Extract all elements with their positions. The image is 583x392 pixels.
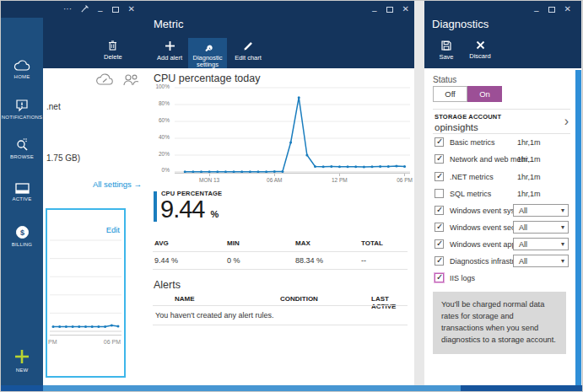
webapp-blade: ··· – ✕ Delete .net 1.75 GB) All setting… xyxy=(43,1,146,385)
minimize-icon[interactable]: – xyxy=(534,7,539,15)
x-tick xyxy=(209,174,210,176)
close-icon[interactable]: ✕ xyxy=(128,5,135,13)
status-toggle: Off On xyxy=(433,86,502,102)
stat-value-avg: 9.44 % xyxy=(154,256,178,265)
dropdown-all[interactable]: All▾ xyxy=(513,255,569,267)
wrench-icon xyxy=(202,40,213,51)
sidebar-item-notifications[interactable]: NOTIFICATIONS xyxy=(1,99,43,120)
add-alert-button[interactable]: Add alert xyxy=(153,38,186,62)
ellipsis-icon[interactable]: ··· xyxy=(63,5,72,13)
close-icon[interactable]: ✕ xyxy=(564,5,571,13)
webapp-domain-text: .net xyxy=(46,102,61,111)
sidebar-item-label: NEW xyxy=(1,368,43,373)
maximize-icon[interactable] xyxy=(386,7,393,13)
x-tick xyxy=(274,174,275,176)
x-icon xyxy=(476,40,485,50)
minimize-icon[interactable]: – xyxy=(372,7,377,15)
sidebar-top-strip xyxy=(1,1,43,18)
dropdown-all[interactable]: All▾ xyxy=(513,238,569,250)
maximize-icon[interactable] xyxy=(548,7,555,13)
delete-button[interactable]: Delete xyxy=(104,38,122,61)
close-icon[interactable]: ✕ xyxy=(402,5,409,13)
chart-x-axis-labels: MON 13 06 AM 12 PM 06 PM xyxy=(175,177,410,185)
maximize-icon[interactable] xyxy=(112,7,119,13)
monitoring-tile[interactable]: Edit PM 06 PM xyxy=(46,208,126,378)
alerts-title: Alerts xyxy=(154,279,181,291)
save-icon xyxy=(441,40,451,51)
mini-chart-xlabel-left: PM xyxy=(48,339,57,345)
horizontal-scrollbar-thumb[interactable] xyxy=(43,385,461,392)
diagnostic-settings-button[interactable]: Diagnostic settings xyxy=(188,38,227,68)
pin-icon[interactable] xyxy=(81,5,89,14)
dropdown-all[interactable]: All▾ xyxy=(513,204,569,217)
sidebar-item-home[interactable]: HOME xyxy=(1,60,43,79)
metric-blade-chrome: – ✕ xyxy=(372,4,409,14)
sidebar-item-new[interactable]: NEW xyxy=(1,348,43,373)
stat-header-avg: AVG xyxy=(154,239,169,247)
diagnostics-blade-title: Diagnostics xyxy=(432,18,489,30)
plus-icon xyxy=(165,40,175,51)
active-window-icon xyxy=(1,183,43,194)
browse-search-icon xyxy=(1,137,43,152)
checkbox-unchecked[interactable] xyxy=(435,189,444,198)
pencil-icon xyxy=(243,40,254,51)
svg-text:$: $ xyxy=(19,228,24,237)
checkbox-checked[interactable]: ✓ xyxy=(435,206,444,215)
checkbox-checked[interactable]: ✓ xyxy=(435,256,444,266)
trash-icon xyxy=(108,40,117,51)
chevron-right-icon: › xyxy=(564,114,569,129)
divider xyxy=(433,109,570,110)
checkbox-checked[interactable]: ✓ xyxy=(435,172,444,181)
diag-row-basic-metrics: ✓ Basic metrics 1hr,1m xyxy=(433,134,570,151)
legend-unit: % xyxy=(211,209,219,219)
webapp-size-text: 1.75 GB) xyxy=(46,153,80,163)
checkbox-checked-focused[interactable]: ✓ xyxy=(435,273,444,282)
sidebar-item-label: BROWSE xyxy=(1,154,43,159)
chevron-down-icon: ▾ xyxy=(561,223,564,231)
sidebar-item-label: HOME xyxy=(1,74,43,79)
sidebar-item-label: BILLING xyxy=(1,242,43,247)
legend-color-bar xyxy=(154,191,157,222)
checkbox-checked[interactable]: ✓ xyxy=(435,137,444,147)
webapp-blade-chrome: ··· – ✕ xyxy=(63,4,135,14)
dropdown-all[interactable]: All▾ xyxy=(513,221,569,234)
sidebar-item-browse[interactable]: BROWSE xyxy=(1,137,43,159)
diag-row-sql-metrics: SQL metrics 1hr,1m xyxy=(433,185,570,202)
tile-edit-link[interactable]: Edit xyxy=(106,225,120,234)
stat-value-max: 88.34 % xyxy=(295,256,323,265)
checkbox-checked[interactable]: ✓ xyxy=(435,223,444,232)
status-on-option[interactable]: On xyxy=(467,86,502,102)
storage-account-picker[interactable]: STORAGE ACCOUNT opinsights › xyxy=(433,113,570,135)
chevron-down-icon: ▾ xyxy=(561,240,564,248)
minimize-icon[interactable]: – xyxy=(98,7,103,15)
status-off-option[interactable]: Off xyxy=(433,86,467,102)
checkbox-checked[interactable]: ✓ xyxy=(435,239,444,249)
alerts-header-condition: CONDITION xyxy=(280,295,318,303)
metric-blade-title: Metric xyxy=(154,18,183,30)
checkbox-checked[interactable]: ✓ xyxy=(435,154,444,164)
billing-notice: You'll be charged normal data rates for … xyxy=(433,292,566,354)
diag-row-iis-logs: ✓ IIS logs xyxy=(433,270,570,287)
diag-row-network-web-metrics: ✓ Network and web metri... 1hr,1m xyxy=(433,151,570,168)
diag-row-dotnet-metrics: ✓ .NET metrics 1hr,1m xyxy=(433,169,570,185)
legend-value: 9.44 % xyxy=(160,196,219,223)
save-button[interactable]: Save xyxy=(433,38,460,61)
sidebar-item-active[interactable]: ACTIVE xyxy=(1,183,43,201)
edit-chart-label: Edit chart xyxy=(235,55,262,62)
storage-account-value: opinsights xyxy=(435,122,478,132)
vertical-scrollbar[interactable] xyxy=(575,70,581,385)
discard-button[interactable]: Discard xyxy=(465,38,495,60)
horizontal-scrollbar[interactable] xyxy=(1,385,583,392)
essentials-icons xyxy=(95,73,139,89)
edit-chart-button[interactable]: Edit chart xyxy=(230,38,266,62)
all-settings-link[interactable]: All settings → xyxy=(93,180,142,189)
add-alert-label: Add alert xyxy=(157,55,182,62)
metric-blade: – ✕ Metric Add alert Diagnostic settings… xyxy=(146,1,414,385)
stat-header-max: MAX xyxy=(295,239,310,247)
mini-line-chart xyxy=(50,239,121,333)
chevron-down-icon: ▾ xyxy=(561,257,564,265)
sidebar-item-billing[interactable]: $ BILLING xyxy=(1,225,43,247)
sidebar: HOME NOTIFICATIONS BROWSE ACTIVE $ BILLI… xyxy=(1,1,43,385)
diagnostics-blade-chrome: – ✕ xyxy=(534,4,571,14)
diagnostics-blade: – ✕ Diagnostics Save Discard Status Off … xyxy=(424,1,581,385)
